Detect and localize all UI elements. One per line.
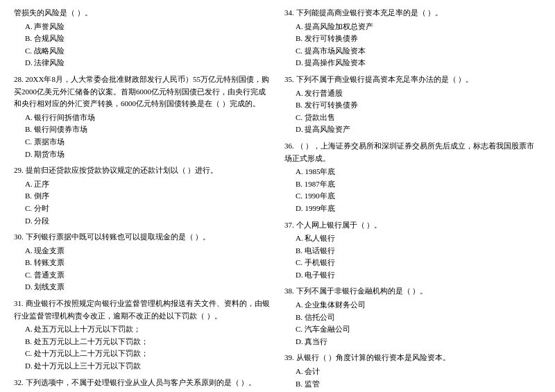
question-block: 39. 从银行（ ）角度计算的银行资本是风险资本。A. 会计B. 监管C. 内部… [284, 352, 541, 392]
option-text: C. 汽车金融公司 [284, 323, 541, 336]
option-text: A. 正序 [14, 178, 271, 191]
option-text: B. 银行间债券市场 [14, 123, 271, 136]
question-block: 32. 下列选项中，不属于处理银行业从业人员与客户关系原则的是（ ）。A. 熟悉… [14, 377, 271, 392]
option-text: A. 提高风险加权总资产 [284, 21, 541, 33]
option-text: D. 电子银行 [284, 269, 541, 282]
question-text: 管损失的风险是（ ）。 [14, 7, 271, 19]
option-text: B. 监管 [284, 378, 541, 391]
option-text: A. 处五万元以上十万元以下罚款； [14, 323, 271, 336]
question-block: 35. 下列不属于商业银行提高资本充足率办法的是（ ）。A. 发行普通股B. 发… [284, 74, 541, 136]
question-text: 38. 下列不属于非银行金融机构的是（ ）。 [284, 285, 541, 298]
question-text: 36. （ ），上海证券交易所和深圳证券交易所先后成立，标志着我国股票市场正式形… [284, 140, 541, 164]
question-block: 管损失的风险是（ ）。A. 声誉风险B. 合规风险C. 战略风险D. 法律风险 [14, 7, 271, 69]
option-text: D. 1999年底 [284, 203, 541, 215]
question-text: 29. 提前归还贷款应按贷款协议规定的还款计划以（ ）进行。 [14, 164, 271, 177]
question-text: 37. 个人网上银行属于（ ）。 [284, 219, 541, 232]
option-text: A. 现金支票 [14, 245, 271, 257]
option-text: B. 合规风险 [14, 33, 271, 45]
page-content: 管损失的风险是（ ）。A. 声誉风险B. 合规风险C. 战略风险D. 法律风险2… [14, 7, 541, 392]
question-text: 34. 下列能提高商业银行资本充足率的是（ ）。 [284, 7, 541, 19]
option-text: B. 倒序 [14, 190, 271, 203]
option-text: A. 企业集体财务公司 [284, 299, 541, 312]
right-column: 34. 下列能提高商业银行资本充足率的是（ ）。A. 提高风险加权总资产B. 发… [284, 7, 541, 392]
option-text: C. 普通支票 [14, 269, 271, 282]
option-text: A. 私人银行 [284, 232, 541, 245]
question-text: 28. 20XX年8月，人大常委会批准财政部发行人民币）55万亿元特别国债，购买… [14, 74, 271, 110]
option-text: D. 真当行 [284, 336, 541, 348]
option-text: B. 处五万元以上二十万元以下罚款； [14, 336, 271, 348]
option-text: D. 处十万元以上三十万元以下罚款 [14, 360, 271, 373]
option-text: C. 分时 [14, 203, 271, 215]
question-block: 37. 个人网上银行属于（ ）。A. 私人银行B. 电话银行C. 手机银行D. … [284, 219, 541, 282]
question-text: 39. 从银行（ ）角度计算的银行资本是风险资本。 [284, 352, 541, 364]
option-text: A. 1985年底 [284, 166, 541, 178]
option-text: C. 贷款出售 [284, 112, 541, 124]
option-text: A. 会计 [284, 366, 541, 378]
option-text: B. 1987年底 [284, 178, 541, 191]
option-text: D. 提高操作风险资本 [284, 57, 541, 69]
option-text: B. 电话银行 [284, 245, 541, 257]
left-column: 管损失的风险是（ ）。A. 声誉风险B. 合规风险C. 战略风险D. 法律风险2… [14, 7, 271, 392]
question-block: 36. （ ），上海证券交易所和深圳证券交易所先后成立，标志着我国股票市场正式形… [284, 140, 541, 215]
option-text: B. 发行可转换债券 [284, 99, 541, 112]
option-text: C. 票据市场 [14, 136, 271, 148]
option-text: C. 手机银行 [284, 257, 541, 269]
option-text: C. 1990年底 [284, 190, 541, 203]
question-text: 31. 商业银行不按照规定向银行业监督管理机构报送有关文件、资料的，由银行业监督… [14, 298, 271, 322]
question-text: 32. 下列选项中，不属于处理银行业从业人员与客户关系原则的是（ ）。 [14, 377, 271, 389]
question-block: 29. 提前归还贷款应按贷款协议规定的还款计划以（ ）进行。A. 正序B. 倒序… [14, 164, 271, 227]
option-text: B. 发行可转换债券 [284, 33, 541, 45]
option-text: C. 战略风险 [14, 45, 271, 58]
question-block: 34. 下列能提高商业银行资本充足率的是（ ）。A. 提高风险加权总资产B. 发… [284, 7, 541, 69]
option-text: C. 处十万元以上二十万元以下罚款； [14, 348, 271, 360]
option-text: D. 法律风险 [14, 57, 271, 69]
option-text: C. 提高市场风险资本 [284, 45, 541, 58]
question-block: 28. 20XX年8月，人大常委会批准财政部发行人民币）55万亿元特别国债，购买… [14, 74, 271, 160]
question-text: 35. 下列不属于商业银行提高资本充足率办法的是（ ）。 [284, 74, 541, 86]
question-block: 31. 商业银行不按照规定向银行业监督管理机构报送有关文件、资料的，由银行业监督… [14, 298, 271, 373]
question-block: 30. 下列银行票据中既可以转账也可以提取现金的是（ ）。A. 现金支票B. 转… [14, 231, 271, 293]
option-text: B. 转账支票 [14, 257, 271, 269]
question-text: 30. 下列银行票据中既可以转账也可以提取现金的是（ ）。 [14, 231, 271, 244]
option-text: D. 分段 [14, 215, 271, 228]
option-text: D. 划线支票 [14, 281, 271, 293]
option-text: A. 声誉风险 [14, 21, 271, 33]
question-block: 38. 下列不属于非银行金融机构的是（ ）。A. 企业集体财务公司B. 信托公司… [284, 285, 541, 348]
option-text: A. 银行行间拆借市场 [14, 112, 271, 124]
option-text: D. 期货市场 [14, 148, 271, 161]
option-text: D. 提高风险资产 [284, 123, 541, 136]
option-text: B. 信托公司 [284, 312, 541, 324]
option-text: A. 发行普通股 [284, 87, 541, 100]
